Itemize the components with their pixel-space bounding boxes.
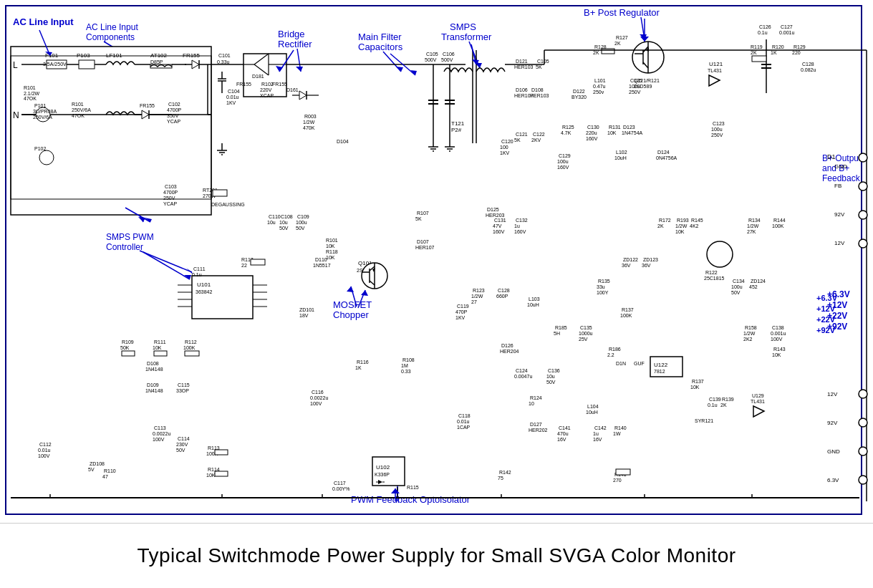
label-dn: D1N [616, 361, 626, 366]
label-c124-val: 0.0047u [514, 374, 532, 379]
label-guf: GUF [634, 361, 645, 366]
label-r185-val: 5H [554, 331, 560, 336]
label-r137-val: 100K [620, 313, 632, 318]
label-r102-val2: 47OK [72, 113, 85, 118]
caption-area: Typical Switchmode Power Supply for Smal… [0, 523, 873, 588]
label-r131-val: 10K [607, 130, 617, 135]
label-r103-v: 470K [303, 125, 315, 130]
label-r108: R108 [402, 357, 415, 362]
label-c127-val: 0.001u [779, 30, 795, 35]
label-r109: R109 [122, 339, 134, 344]
label-c128-val: 0.082u [801, 67, 816, 72]
svg-rect-20 [11, 47, 211, 215]
svg-rect-81 [251, 259, 265, 265]
label-d109: D109 [147, 382, 159, 387]
label-c116-val: 0.0022u [310, 395, 328, 400]
label-r193: R193 [677, 218, 689, 223]
label-c125-val: 100u [629, 84, 640, 89]
label-zd108-val: 5V [88, 467, 95, 472]
label-92v-term: 92V [834, 211, 845, 218]
label-r102-val: 250V/6A [72, 107, 91, 112]
label-d121: D121 [516, 59, 528, 64]
label-c138: C138 [772, 325, 784, 330]
label-r123: R123 [473, 288, 485, 293]
label-c105-2: C105 [537, 59, 549, 64]
label-r119-val: 2K [751, 50, 757, 55]
label-zd124: ZD124 [751, 279, 766, 284]
label-c114-val: 230V [176, 442, 188, 447]
label-c110-val: 10u [267, 220, 276, 225]
label-t101: T121 [451, 120, 465, 127]
label-r102-2-val: 220V [260, 87, 272, 92]
label-c141-v: 16V [557, 437, 566, 442]
label-r131: R131 [609, 125, 621, 130]
label-b-post: B+ Post Regulator [584, 7, 660, 18]
label-c139-val: 0.1u [708, 403, 718, 408]
label-c131: C131 [494, 218, 506, 223]
label-ac-components: AC Line Input [86, 22, 138, 32]
label-r134-val: 1/2W [747, 223, 759, 228]
label-c108-val: 10u [279, 220, 288, 225]
label-c113-val: 0.0022u [153, 431, 170, 436]
label-r110-val: 47 [102, 474, 108, 479]
label-c124: C124 [516, 368, 528, 373]
diagram-area: AC Line Input AC Line Input Components B… [0, 0, 873, 523]
label-r107-val: 5K [415, 216, 422, 221]
label-l102: L102 [616, 150, 627, 155]
label-c105-2-val: 5K [536, 64, 542, 69]
label-r144: R144 [773, 218, 786, 223]
label-c117-val: 0.00Y% [332, 486, 350, 491]
label-c126: C126 [759, 24, 771, 29]
label-c129-v: 160V [557, 165, 569, 170]
svg-point-63 [859, 447, 867, 456]
label-r129: R129 [794, 44, 806, 49]
label-r125-val: 4.7K [561, 130, 571, 135]
label-c125: C125 [630, 78, 642, 83]
label-d125: D125 [487, 207, 499, 212]
label-d124-type: 0N4756A [656, 155, 677, 160]
label-c111-val: 0.1u [192, 272, 202, 277]
label-c123: C123 [713, 121, 725, 126]
label-r120-val: 1K [771, 50, 777, 55]
svg-point-100 [39, 150, 54, 165]
label-c106: C106 [443, 52, 455, 57]
label-r172-val: 2K [657, 223, 664, 228]
label-c101: C101 [218, 53, 231, 58]
label-d124: D124 [657, 150, 670, 155]
label-r127: R127 [616, 35, 628, 40]
label-d126-type: HER204 [500, 349, 519, 354]
label-c135-val: 1000u [579, 331, 593, 336]
label-t101-type: P2# [451, 127, 462, 133]
label-zd123: ZD123 [643, 257, 658, 262]
label-u122-type: 7812 [654, 369, 665, 374]
label-out-12v: +12V [816, 304, 836, 313]
label-smps-transformer: SMPS [450, 21, 476, 32]
label-c118: C118 [458, 413, 471, 418]
label-c117: C117 [334, 481, 346, 486]
label-r102-2: R102 [261, 82, 274, 87]
label-r145-val: 4K2 [690, 223, 699, 228]
label-r135-v: 100Y [597, 290, 609, 295]
label-r143-val: 10K [772, 352, 781, 357]
label-r135: R135 [598, 279, 610, 284]
label-c120: C120 [501, 139, 513, 144]
label-l104-val: 10uH [586, 410, 598, 415]
label-c136-v: 50V [546, 380, 556, 385]
label-r116: R116 [357, 360, 369, 365]
label-c134-val: 100u [731, 284, 743, 289]
label-zd108: ZD108 [90, 461, 105, 466]
label-r107: R107 [417, 211, 429, 216]
svg-rect-25 [79, 60, 95, 69]
label-r110: R110 [104, 468, 116, 473]
label-r123-v: 27 [471, 299, 477, 304]
label-out-22v: +22V [816, 315, 836, 324]
svg-point-59 [859, 211, 867, 219]
label-c116: C116 [312, 390, 324, 395]
label-c115-val: 33OP [176, 388, 189, 393]
svg-rect-121 [752, 56, 766, 62]
label-degauss-ic: DEGAUSSING [211, 202, 245, 207]
label-p101-val2: 250V/6A [33, 115, 52, 120]
svg-rect-130 [154, 351, 167, 356]
label-r129-val: 220 [792, 50, 801, 55]
label-c130-v: 160V [586, 136, 598, 141]
